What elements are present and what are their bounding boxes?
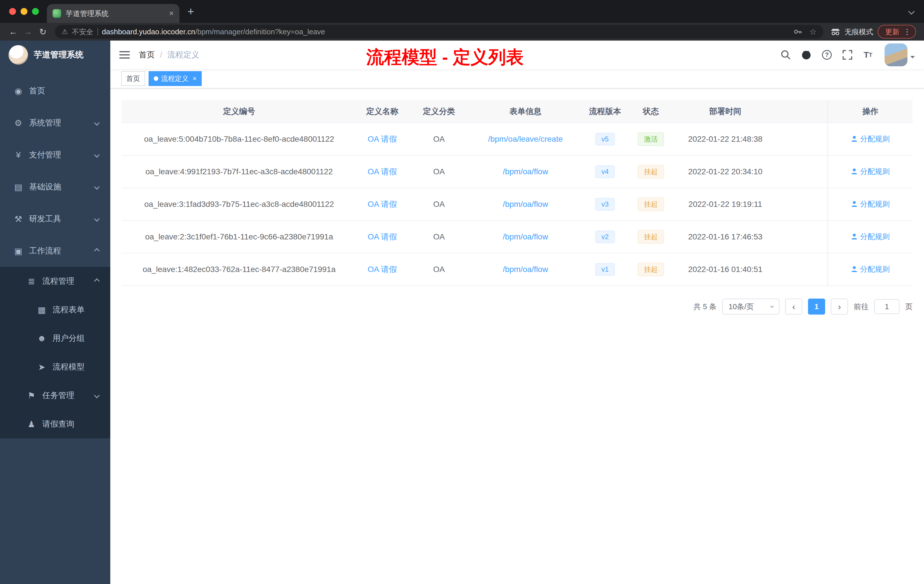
tab-title: 芋道管理系统 [66,9,165,18]
address-bar[interactable]: ⚠ 不安全 dashboard.yudao.iocoder.cn/bpm/man… [55,25,823,39]
sidebar-item-home[interactable]: ◉ 首页 [0,75,110,107]
breadcrumb-separator: / [160,50,162,59]
breadcrumb-home[interactable]: 首页 [139,49,155,60]
assign-rule-button[interactable]: 分配规则 [851,134,890,144]
sidebar-item-process-management[interactable]: ≣ 流程管理 [0,267,110,295]
window-controls [0,8,47,15]
browser-toolbar: ← → ↻ ⚠ 不安全 dashboard.yudao.iocoder.cn/b… [0,23,924,41]
fullscreen-button[interactable] [838,41,857,69]
key-icon[interactable] [794,27,803,36]
cell-spacer [778,123,828,155]
sidebar-item-label: 用户分组 [53,333,84,344]
tag-close-icon[interactable]: × [193,74,196,82]
cell-spacer [778,221,828,253]
cell-category: OA [408,155,470,188]
tag-process-definition[interactable]: 流程定义 × [148,71,202,86]
person-icon [851,201,858,208]
tab-favicon-icon [53,9,61,18]
assign-rule-button[interactable]: 分配规则 [851,232,890,242]
definition-name-link[interactable]: OA 请假 [368,265,397,274]
tag-label: 首页 [126,74,140,83]
sidebar-toggle-button[interactable] [110,51,139,59]
user-avatar-dropdown[interactable] [884,43,915,66]
cell-definition-id: oa_leave:1:482ec033-762a-11ec-8477-a2380… [122,253,356,286]
sidebar-item-workflow[interactable]: ▣ 工作流程 [0,235,110,267]
active-dot [154,76,158,81]
prev-page-button[interactable]: ‹ [785,299,802,315]
sidebar-item-leave-query[interactable]: ♟ 请假查询 [0,410,110,438]
app-navbar: 首页 / 流程定义 流程模型 - 定义列表 [110,41,924,69]
sidebar-item-label: 基础设施 [29,181,61,192]
form-info-link[interactable]: /bpm/oa/leave/create [488,135,563,144]
table-row: oa_leave:2:3c1f0ef1-76b1-11ec-9c66-a2380… [122,221,912,253]
page-size-select[interactable]: 10条/页 [722,299,779,315]
browser-update-button[interactable]: 更新 ⋮ [878,25,916,39]
github-button[interactable] [797,41,816,69]
definition-name-link[interactable]: OA 请假 [368,167,397,176]
cell-category: OA [408,253,470,286]
sidebar-item-system[interactable]: ⚙ 系统管理 [0,107,110,139]
sidebar-item-user-group[interactable]: ☻ 用户分组 [0,324,110,353]
tab-close-icon[interactable]: × [169,9,174,18]
goto-label: 前往 [854,302,869,312]
status-badge: 挂起 [638,165,664,178]
app-frame: 芋道管理系统 ◉ 首页 ⚙ 系统管理 ¥ 支付管理 ▤ 基础设施 [0,41,924,584]
help-button[interactable]: ? [817,41,837,69]
next-page-button[interactable]: › [831,299,848,315]
assign-rule-button[interactable]: 分配规则 [851,199,890,209]
sidebar-item-process-model[interactable]: ➤ 流程模型 [0,353,110,381]
question-icon: ? [822,50,832,60]
browser-menu-icon[interactable]: ⋮ [903,27,911,36]
chevron-up-icon [94,248,100,254]
new-tab-button[interactable]: + [187,6,194,17]
tag-home[interactable]: 首页 [121,71,145,86]
form-info-link[interactable]: /bpm/oa/flow [503,167,548,176]
sidebar-item-devtools[interactable]: ⚒ 研发工具 [0,203,110,235]
security-warning-icon: ⚠ [62,28,68,36]
font-size-button[interactable]: TT [858,41,878,69]
back-button[interactable]: ← [6,27,21,36]
url-host: dashboard.yudao.iocoder.cn [102,27,195,36]
col-definition-id: 定义编号 [122,100,356,123]
sidebar-item-payment[interactable]: ¥ 支付管理 [0,139,110,171]
col-operations: 操作 [828,100,912,123]
cell-deploy-time: 2022-01-22 20:34:10 [673,155,778,188]
sidebar-item-task-management[interactable]: ⚑ 任务管理 [0,381,110,410]
form-info-link[interactable]: /bpm/oa/flow [503,200,548,209]
sidebar-item-label: 研发工具 [29,213,61,224]
version-badge: v4 [595,165,615,178]
assign-rule-button[interactable]: 分配规则 [851,264,890,274]
definition-name-link[interactable]: OA 请假 [368,200,397,209]
current-page-button[interactable]: 1 [808,299,825,315]
table-row: oa_leave:5:004b710b-7b8a-11ec-8ef0-acde4… [122,123,912,155]
form-info-link[interactable]: /bpm/oa/flow [503,232,548,241]
definition-name-link[interactable]: OA 请假 [368,135,397,144]
font-size-icon: T [864,50,869,60]
infra-icon: ▤ [12,182,25,192]
incognito-label: 无痕模式 [845,27,873,36]
reload-button[interactable]: ↻ [35,27,50,37]
definition-name-link[interactable]: OA 请假 [368,232,397,241]
goto-page-input[interactable] [874,299,899,314]
browser-tab[interactable]: 芋道管理系统 × [47,4,180,23]
col-form-info: 表单信息 [470,100,581,123]
person-icon [851,233,858,240]
bookmark-star-icon[interactable]: ☆ [809,27,817,36]
search-button[interactable] [776,41,795,69]
sidebar-item-label: 请假查询 [42,419,74,429]
window-minimize-button[interactable] [21,8,27,15]
form-info-link[interactable]: /bpm/oa/flow [503,265,548,274]
tab-search-chevron-icon[interactable] [908,8,915,15]
chevron-down-icon [770,306,774,310]
sidebar-logo[interactable]: 芋道管理系统 [0,41,110,69]
assign-rule-button[interactable]: 分配规则 [851,167,890,177]
logo-avatar [8,45,28,64]
window-close-button[interactable] [9,8,16,15]
sidebar-item-infrastructure[interactable]: ▤ 基础设施 [0,171,110,203]
status-badge: 挂起 [638,230,664,244]
forward-button[interactable]: → [21,27,35,36]
table-row: oa_leave:1:482ec033-762a-11ec-8477-a2380… [122,253,912,286]
window-zoom-button[interactable] [32,8,39,15]
sidebar-item-process-form[interactable]: ▦ 流程表单 [0,295,110,324]
page-unit-label: 页 [905,302,912,312]
